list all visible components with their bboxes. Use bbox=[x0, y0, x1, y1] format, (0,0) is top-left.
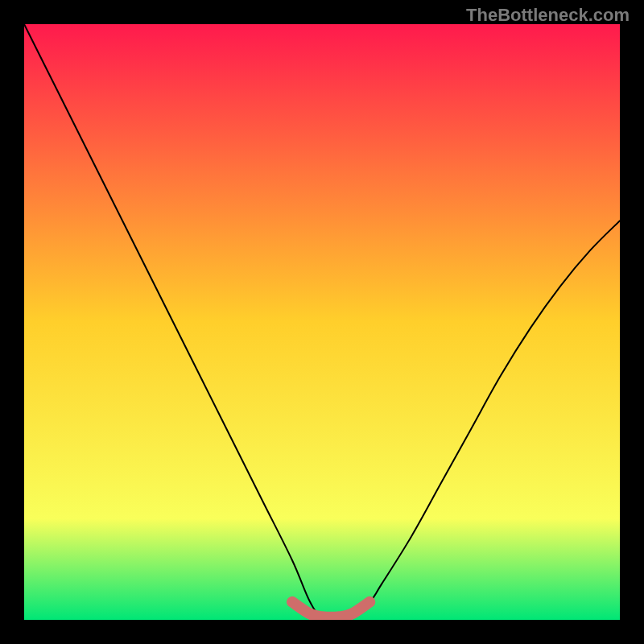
chart-plot-area bbox=[24, 24, 620, 620]
chart-svg bbox=[24, 24, 620, 620]
heatmap-background bbox=[24, 24, 620, 620]
watermark-text: TheBottleneck.com bbox=[466, 5, 630, 26]
chart-frame: TheBottleneck.com bbox=[0, 0, 644, 644]
